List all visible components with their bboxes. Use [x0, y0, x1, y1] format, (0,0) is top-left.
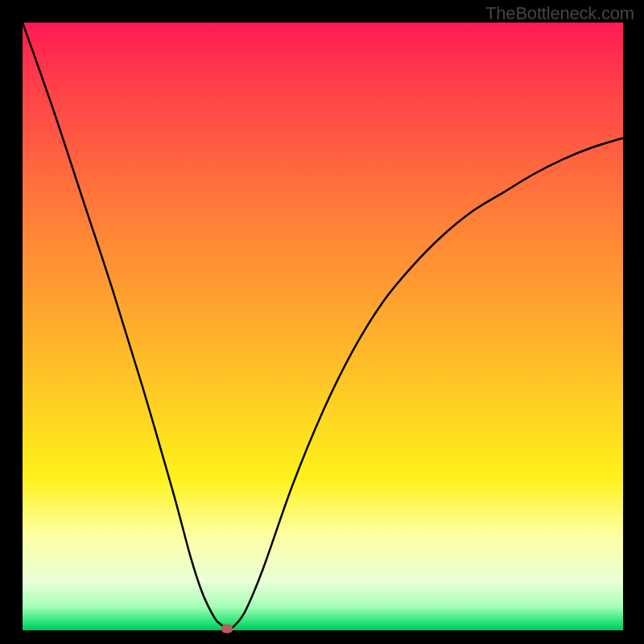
- curve-path: [23, 23, 623, 629]
- minimum-marker: [221, 624, 233, 633]
- bottleneck-curve: [23, 23, 623, 630]
- watermark-text: TheBottleneck.com: [485, 3, 634, 24]
- chart-plot-area: [23, 23, 623, 630]
